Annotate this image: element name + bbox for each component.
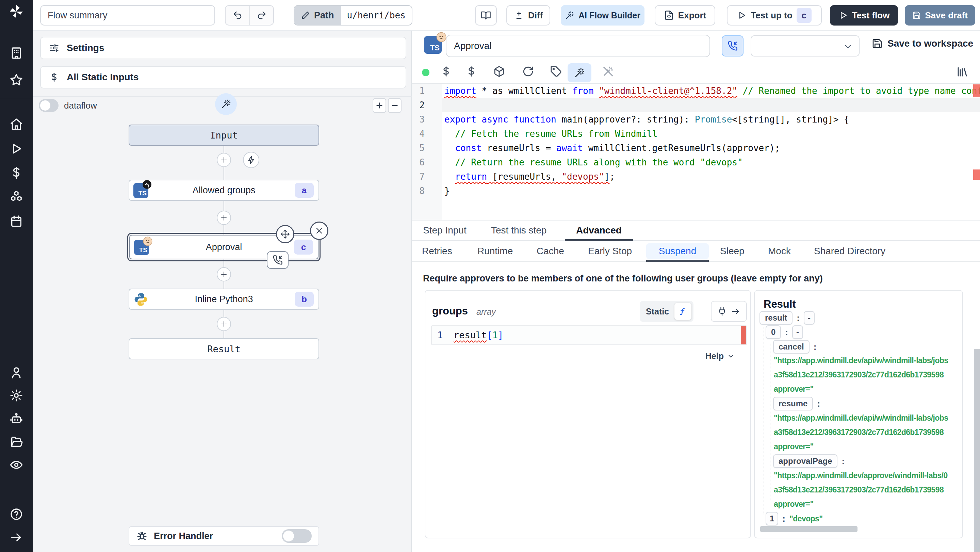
zoom-out-button[interactable] <box>388 98 401 113</box>
result-key[interactable]: approvalPage <box>773 454 837 468</box>
groups-expression-editor[interactable]: 1 result[1] <box>431 325 747 345</box>
path-label-segment: Path <box>294 6 341 25</box>
diff-button[interactable]: Diff <box>506 5 550 25</box>
docs-button[interactable] <box>475 5 497 25</box>
flow-node-result[interactable]: Result <box>129 338 319 360</box>
workspace-icon[interactable] <box>10 46 23 61</box>
add-step-button-4[interactable] <box>217 317 231 331</box>
delete-step-button[interactable] <box>310 221 328 240</box>
result-key[interactable]: 1 <box>765 512 778 525</box>
all-static-inputs-row[interactable]: All Static Inputs <box>40 66 406 89</box>
typescript-icon: TS <box>134 183 148 198</box>
flow-node-allowed-groups[interactable]: TS Allowed groups a <box>129 180 319 201</box>
help-icon[interactable] <box>10 507 23 522</box>
tab-step-input[interactable]: Step Input <box>423 221 466 240</box>
script-version-select[interactable] <box>751 35 859 56</box>
runs-icon[interactable] <box>10 142 23 157</box>
result-value-line: approver=" <box>774 497 961 511</box>
save-draft-button[interactable]: Save draft <box>905 5 975 25</box>
resources-picker-icon[interactable] <box>466 66 477 79</box>
tab-advanced[interactable]: Advanced <box>576 221 622 240</box>
vertical-scrollbar[interactable] <box>974 349 980 552</box>
error-handler-toggle[interactable] <box>282 529 312 543</box>
flow-node-input[interactable]: Input <box>129 124 319 146</box>
flow-ai-wand-button[interactable] <box>215 93 237 115</box>
subtab-shared-directory[interactable]: Shared Directory <box>814 241 885 261</box>
code-line: return [resumeUrls, "devops"]; <box>444 169 615 184</box>
settings-icon[interactable] <box>10 389 23 404</box>
result-key[interactable]: resume <box>773 397 813 410</box>
javascript-expr-toggle[interactable] <box>675 303 692 320</box>
subtab-suspend[interactable]: Suspend <box>646 243 709 259</box>
subtab-early-stop[interactable]: Early Stop <box>588 241 632 261</box>
ai-assistant-button[interactable] <box>568 63 592 82</box>
subtab-sleep[interactable]: Sleep <box>720 241 745 261</box>
ai-flow-builder-button[interactable]: AI Flow Builder <box>561 5 644 25</box>
workers-icon[interactable] <box>10 412 23 427</box>
help-toggle[interactable]: Help <box>705 351 735 361</box>
move-step-button[interactable] <box>276 225 294 243</box>
trigger-button[interactable] <box>243 152 259 168</box>
test-flow-button[interactable]: Test flow <box>830 5 898 25</box>
advanced-subtabs: Retries Runtime Cache Early Stop Suspend… <box>412 241 980 262</box>
result-key[interactable]: result <box>759 311 792 325</box>
dataflow-toggle[interactable] <box>39 99 59 112</box>
collapse-button[interactable]: - <box>804 311 815 325</box>
subtab-runtime[interactable]: Runtime <box>477 241 513 261</box>
undo-button[interactable] <box>226 6 250 25</box>
windmill-logo[interactable] <box>8 4 24 21</box>
flow-node-inline-python3[interactable]: Inline Python3 b <box>129 289 319 310</box>
result-key[interactable]: 0 <box>765 325 781 339</box>
subtab-mock[interactable]: Mock <box>768 241 791 261</box>
horizontal-scrollbar[interactable] <box>760 526 858 532</box>
variables-picker-icon[interactable] <box>440 66 452 79</box>
undo-redo-group <box>225 5 274 25</box>
test-up-to-button[interactable]: Test up toc <box>727 5 822 25</box>
sidebar <box>0 0 33 552</box>
flow-summary-input[interactable] <box>40 5 215 25</box>
suspend-phone-button[interactable] <box>722 35 743 56</box>
result-value-line: approver=" <box>774 439 961 453</box>
save-to-workspace-button[interactable]: Save to workspace <box>872 38 973 49</box>
flow-settings-row[interactable]: Settings <box>40 37 406 59</box>
result-value-line: approver=" <box>774 382 961 396</box>
subtab-retries[interactable]: Retries <box>422 241 452 261</box>
reload-icon[interactable] <box>522 66 534 79</box>
package-icon[interactable] <box>493 66 505 79</box>
result-row: resume: <box>773 396 820 411</box>
subtab-cache[interactable]: Cache <box>537 241 564 261</box>
schedules-icon[interactable] <box>10 215 23 229</box>
favorites-icon[interactable] <box>10 73 23 88</box>
add-step-button-3[interactable] <box>217 267 231 282</box>
result-key[interactable]: cancel <box>773 340 810 353</box>
ai-off-icon[interactable] <box>602 66 614 79</box>
path-button[interactable]: Path u/henri/bes <box>294 5 412 25</box>
folders-icon[interactable] <box>10 435 23 450</box>
step-tabs: Step Input Test this step Advanced <box>412 220 980 241</box>
code-editor[interactable]: 1 2 3 4 5 6 7 8 import * as wmillClient … <box>412 84 980 220</box>
collapse-sidebar-icon[interactable] <box>10 531 23 546</box>
connect-result-button[interactable] <box>711 301 747 322</box>
collapse-button[interactable]: - <box>792 325 803 339</box>
resources-icon[interactable] <box>10 190 23 205</box>
zoom-in-button[interactable] <box>372 98 386 113</box>
step-name-input[interactable] <box>446 35 710 57</box>
home-icon[interactable] <box>10 118 23 132</box>
tab-test-this-step[interactable]: Test this step <box>491 221 546 240</box>
variables-icon[interactable] <box>10 166 23 181</box>
error-handler-row[interactable]: Error Handler <box>129 526 319 546</box>
audit-logs-icon[interactable] <box>10 458 23 473</box>
format-icon[interactable] <box>550 66 562 79</box>
result-value-line: "https://app.windmill.dev/approve/windmi… <box>774 468 961 483</box>
user-icon[interactable] <box>10 366 23 381</box>
export-button[interactable]: Export <box>655 5 715 25</box>
approval-emoji-badge <box>143 237 153 246</box>
add-step-button-2[interactable] <box>217 211 231 225</box>
library-icon[interactable] <box>956 66 969 79</box>
result-value-line: "https://app.windmill.dev/api/w/windmill… <box>774 411 961 425</box>
status-dot <box>422 69 430 76</box>
redo-button[interactable] <box>250 6 273 25</box>
groups-panel: groups array Static 1 result[1] Help <box>425 290 751 538</box>
static-label[interactable]: Static <box>640 307 669 317</box>
add-step-button-1[interactable] <box>217 153 231 167</box>
